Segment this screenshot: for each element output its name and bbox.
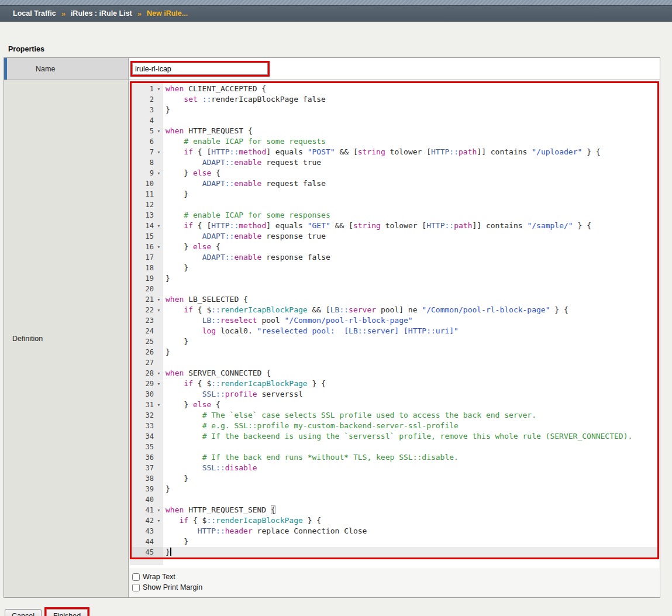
code-editor[interactable]: 1▾when CLIENT_ACCEPTED {2 set ::renderIc… <box>130 81 659 565</box>
code-line[interactable]: 14▾ if { [HTTP::method] equals "GET" && … <box>130 221 659 231</box>
code-line[interactable]: 41▾when HTTP_REQUEST_SEND { <box>130 505 659 515</box>
fold-arrow-icon[interactable]: ▾ <box>154 378 163 389</box>
code-line[interactable]: 21▾when LB_SELECTED { <box>130 294 659 305</box>
code-line[interactable]: 15 ADAPT::enable response true <box>130 231 659 242</box>
code-line[interactable]: 22▾ if { $::renderIcapBlockPage && [LB::… <box>130 305 659 315</box>
wrap-text-option[interactable]: Wrap Text <box>132 572 659 582</box>
fold-arrow-icon[interactable]: ▾ <box>154 221 163 231</box>
code-line[interactable]: 6 # enable ICAP for some requests <box>130 136 659 147</box>
code-line[interactable]: 11 } <box>130 189 659 199</box>
code-line[interactable]: 30 SSL::profile serverssl <box>130 389 659 400</box>
show-print-margin-checkbox[interactable] <box>132 584 140 591</box>
code-token: :: <box>225 158 235 167</box>
code-line[interactable]: 42▾ if { $::renderIcapBlockPage } { <box>130 515 659 526</box>
gutter-cell: 29▾ <box>130 378 163 389</box>
code-text: } else { <box>163 168 220 178</box>
code-token: } <box>166 400 193 409</box>
code-line[interactable]: 9▾ } else { <box>130 168 659 178</box>
code-token <box>166 137 184 146</box>
cancel-button[interactable]: Cancel <box>5 609 42 616</box>
code-line[interactable]: 18 } <box>130 263 659 273</box>
breadcrumb-item-irule-list[interactable]: iRules : iRule List <box>71 9 132 18</box>
code-line[interactable]: 32 # The `else` case selects SSL profile… <box>130 410 659 421</box>
breadcrumb-item-local-traffic[interactable]: Local Traffic <box>13 9 56 18</box>
code-line[interactable]: 27 <box>130 357 659 368</box>
code-line[interactable]: 31▾ } else { <box>130 400 659 410</box>
fold-spacer <box>154 431 163 442</box>
code-line[interactable]: 8 ADAPT::enable request true <box>130 157 659 168</box>
code-line[interactable]: 37 SSL::disable <box>130 463 659 473</box>
code-token: :: <box>339 305 349 314</box>
line-number: 39 <box>146 484 154 494</box>
code-line[interactable]: 36 # If the back end runs *without* TLS,… <box>130 452 659 463</box>
name-row: Name <box>4 58 660 80</box>
gutter-cell: 13 <box>130 210 163 221</box>
finished-button[interactable]: Finished <box>46 609 88 616</box>
code-line[interactable]: 25 } <box>130 336 659 347</box>
fold-arrow-icon[interactable]: ▾ <box>154 400 163 410</box>
code-line[interactable]: 29▾ if { $::renderIcapBlockPage } { <box>130 378 659 389</box>
code-text: } else { <box>163 242 220 252</box>
code-line[interactable]: 7▾ if { [HTTP::method] equals "POST" && … <box>130 147 659 157</box>
code-line[interactable]: 13 # enable ICAP for some responses <box>130 210 659 221</box>
code-line[interactable]: 26} <box>130 347 659 357</box>
fold-arrow-icon[interactable]: ▾ <box>154 147 163 157</box>
code-line[interactable]: 3} <box>130 105 659 115</box>
code-token: ADAPT <box>202 232 225 240</box>
line-number: 1 <box>150 84 154 94</box>
code-token: ADAPT <box>202 179 225 188</box>
code-line[interactable]: 16▾ } else { <box>130 242 659 252</box>
name-input[interactable] <box>132 63 268 75</box>
required-indicator <box>4 58 7 80</box>
code-line[interactable]: 12 <box>130 199 659 210</box>
code-text: SSL::disable <box>163 463 257 473</box>
code-token: # If the backeend is using the `serverss… <box>202 432 633 441</box>
gutter-cell: 41▾ <box>130 505 163 515</box>
line-number: 27 <box>146 357 154 368</box>
code-line[interactable]: 39} <box>130 484 659 494</box>
line-number: 3 <box>150 105 154 115</box>
code-line[interactable]: 1▾when CLIENT_ACCEPTED { <box>130 84 659 94</box>
code-line[interactable]: 10 ADAPT::enable request false <box>130 178 659 189</box>
code-line[interactable]: 28▾when SERVER_CONNECTED { <box>130 368 659 378</box>
code-line[interactable]: 40 <box>130 494 659 505</box>
code-line[interactable]: 43 HTTP::header replace Connection Close <box>130 526 659 536</box>
line-number: 32 <box>146 410 154 421</box>
line-number: 12 <box>146 199 154 210</box>
code-token <box>166 232 202 240</box>
code-line[interactable]: 34 # If the backeend is using the `serve… <box>130 431 659 442</box>
fold-arrow-icon[interactable]: ▾ <box>154 168 163 178</box>
fold-arrow-icon[interactable]: ▾ <box>154 242 163 252</box>
code-text: log local0. "reselected pool: [LB::serve… <box>163 326 459 336</box>
gutter-cell: 32 <box>130 410 163 421</box>
fold-arrow-icon[interactable]: ▾ <box>154 515 163 526</box>
wrap-text-checkbox[interactable] <box>132 573 140 581</box>
fold-arrow-icon[interactable]: ▾ <box>154 84 163 94</box>
code-line[interactable]: 45} <box>130 547 659 558</box>
code-line[interactable]: 5▾when HTTP_REQUEST { <box>130 126 659 136</box>
code-token: && [ <box>330 221 353 230</box>
show-print-margin-option[interactable]: Show Print Margin <box>132 582 659 593</box>
fold-arrow-icon[interactable]: ▾ <box>154 294 163 305</box>
code-token <box>198 95 202 104</box>
code-line[interactable]: 2 set ::renderIcapBlockPage false <box>130 94 659 105</box>
code-line[interactable]: 35 <box>130 442 659 452</box>
code-line[interactable]: 17 ADAPT::enable response false <box>130 252 659 263</box>
code-line[interactable]: 44 } <box>130 536 659 547</box>
code-line[interactable]: 4 <box>130 115 659 126</box>
line-number: 6 <box>150 136 154 147</box>
code-token: # enable ICAP for some responses <box>184 211 330 219</box>
code-line[interactable]: 38 } <box>130 473 659 484</box>
code-line[interactable]: 23 LB::reselect pool "/Common/pool-rl-bl… <box>130 315 659 326</box>
code-token: path <box>459 147 477 156</box>
fold-arrow-icon[interactable]: ▾ <box>154 305 163 315</box>
gutter-cell: 4 <box>130 115 163 126</box>
fold-arrow-icon[interactable]: ▾ <box>154 505 163 515</box>
fold-arrow-icon[interactable]: ▾ <box>154 126 163 136</box>
code-line[interactable]: 33 # e.g. SSL::profile my-custom-backend… <box>130 421 659 431</box>
code-line[interactable]: 19} <box>130 273 659 284</box>
code-line[interactable]: 20 <box>130 284 659 294</box>
code-token: HTTP_REQUEST_SEND <box>184 505 271 514</box>
fold-arrow-icon[interactable]: ▾ <box>154 368 163 378</box>
code-line[interactable]: 24 log local0. "reselected pool: [LB::se… <box>130 326 659 336</box>
